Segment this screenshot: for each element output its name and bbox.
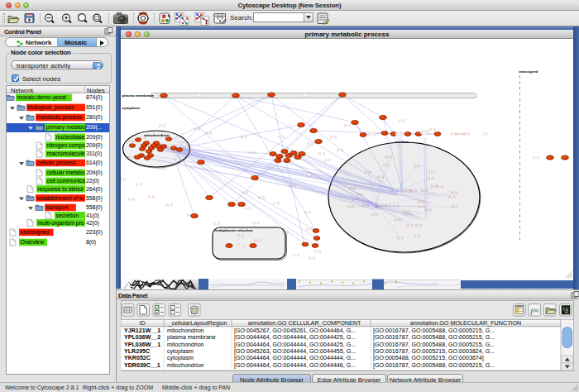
svg-text:[GO:0044464, GO:0044444, GO:00: [GO:0044464, GO:0044444, GO:0044425, G..…: [234, 334, 356, 341]
svg-text:22(0): 22(0): [86, 178, 99, 184]
svg-text:(#--#): (#--#): [448, 195, 454, 198]
svg-text:(#--#): (#--#): [282, 231, 288, 234]
svg-text:(#--#): (#--#): [365, 170, 371, 174]
svg-text:(#--#): (#--#): [254, 239, 260, 242]
svg-text:(#--#): (#--#): [166, 203, 172, 207]
svg-text:[GO:0044464, GO:0044444, GO:00: [GO:0044464, GO:0044444, GO:0044425, G..…: [234, 342, 356, 348]
svg-text:(#--#): (#--#): [344, 124, 350, 127]
svg-text:[GO:0016787, GO:0005215, GO:00: [GO:0016787, GO:0005215, GO:0003824, G..…: [373, 348, 495, 355]
svg-text:[GO:0016787, GO:0005488, GO:00: [GO:0016787, GO:0005488, GO:0005215, G..…: [373, 342, 495, 348]
svg-text:[GO:0016787, GO:0005488, GO:00: [GO:0016787, GO:0005488, GO:0005215, G..…: [373, 362, 495, 369]
svg-text:(#--#): (#--#): [352, 198, 358, 201]
svg-text:(#--#): (#--#): [362, 203, 368, 207]
svg-text:(#--#): (#--#): [377, 175, 383, 179]
svg-text:(#--#): (#--#): [128, 198, 134, 201]
svg-text:(#--#): (#--#): [404, 189, 410, 192]
svg-text:(#--#): (#--#): [205, 131, 211, 135]
svg-text:biological_process: biological_process: [28, 104, 74, 111]
svg-text:(#--#): (#--#): [395, 218, 400, 222]
svg-text:(x): (x): [534, 308, 538, 313]
svg-text:(#--#): (#--#): [349, 187, 355, 190]
svg-text:nucleobase-: nucleobase-: [56, 134, 88, 140]
svg-text:[GO:0045263, GO:0044444, GO:00: [GO:0045263, GO:0044444, GO:0044455, G..…: [234, 348, 356, 355]
svg-text:223(0): 223(0): [86, 229, 103, 236]
svg-text:(#--#): (#--#): [376, 205, 381, 208]
svg-text:(#--#): (#--#): [140, 136, 146, 140]
svg-text:annotation.GO MOLECULAR_FUNCTI: annotation.GO MOLECULAR_FUNCTION: [410, 319, 522, 327]
svg-text:cytoplasm: cytoplasm: [167, 355, 194, 361]
svg-text:multi-organism pro: multi-organism pro: [38, 220, 84, 227]
svg-text:[GO:0045267, GO:0045261, GO:00: [GO:0045267, GO:0045261, GO:0044464, G..…: [234, 327, 356, 334]
svg-text:(#--#): (#--#): [421, 131, 427, 134]
svg-text:264(0): 264(0): [86, 186, 103, 193]
svg-text:(#--#): (#--#): [290, 184, 295, 188]
svg-text:YKR052C: YKR052C: [124, 355, 151, 361]
svg-text:[GO:0016787, GO:0005488, GO:00: [GO:0016787, GO:0005488, GO:0005215, G..…: [373, 327, 495, 334]
svg-text:(#--#): (#--#): [148, 195, 154, 198]
svg-text:(#--#): (#--#): [187, 213, 193, 217]
svg-text:(#--#): (#--#): [242, 191, 247, 194]
svg-text:(#--#): (#--#): [428, 192, 434, 195]
svg-text:(#--#): (#--#): [399, 119, 404, 122]
svg-text:unassigned: unassigned: [519, 69, 538, 74]
svg-text:(#--#): (#--#): [347, 205, 353, 208]
svg-text:311(0): 311(0): [86, 151, 102, 157]
svg-text:(#--#): (#--#): [253, 222, 259, 225]
svg-text:nitrogen compo: nitrogen compo: [47, 142, 86, 149]
svg-text:(#--#): (#--#): [324, 159, 330, 162]
svg-text:mitochondrion: mitochondrion: [167, 342, 204, 348]
svg-text:mitochondrion: mitochondrion: [167, 327, 204, 334]
svg-text:(#--#): (#--#): [405, 213, 411, 216]
svg-text:YLR295C: YLR295C: [124, 348, 150, 355]
svg-text:(#--#): (#--#): [136, 183, 141, 186]
svg-text:plasma membrane: plasma membrane: [167, 334, 216, 341]
svg-text:(#--#): (#--#): [337, 149, 342, 152]
svg-text:YPL036W__1: YPL036W__1: [124, 342, 160, 348]
svg-text:endoplasmic reticulum: endoplasmic reticulum: [215, 228, 253, 232]
svg-text:(#--#): (#--#): [451, 191, 457, 194]
svg-text:cell communicat: cell communicat: [47, 178, 88, 184]
svg-text:(#--#): (#--#): [249, 151, 255, 155]
svg-text:(#--#): (#--#): [304, 211, 310, 214]
svg-text:_cellularLayoutRegion: _cellularLayoutRegion: [167, 319, 227, 327]
svg-text:209(0): 209(0): [86, 142, 103, 149]
svg-text:(#--#): (#--#): [415, 224, 421, 227]
svg-text:558(0): 558(0): [86, 204, 103, 211]
svg-text:(#--#): (#--#): [258, 196, 264, 199]
svg-text:(#--#): (#--#): [293, 254, 299, 257]
svg-text:(#--#): (#--#): [437, 185, 443, 189]
svg-text:209(...: 209(...: [86, 124, 102, 131]
svg-text:(#--#): (#--#): [397, 237, 403, 240]
svg-text:(#--#): (#--#): [369, 132, 375, 136]
svg-text:(#--#): (#--#): [159, 167, 165, 170]
svg-text:mitochondrion: mitochondrion: [144, 133, 170, 137]
svg-text:establishment of lo: establishment of lo: [37, 195, 84, 201]
svg-text:response to stimul: response to stimul: [38, 186, 84, 193]
svg-text:mitochondrion: mitochondrion: [167, 362, 204, 369]
svg-text:(#--#): (#--#): [393, 204, 399, 208]
svg-text:(#--#): (#--#): [302, 94, 308, 98]
svg-text:(#--#): (#--#): [385, 204, 390, 208]
svg-text:(#--#): (#--#): [278, 136, 284, 139]
svg-text:(#--#): (#--#): [428, 170, 434, 174]
svg-text:614(0): 614(0): [86, 160, 103, 166]
svg-text:209(0): 209(0): [86, 170, 103, 176]
svg-text:annotation.GO CELLULAR_COMPONE: annotation.GO CELLULAR_COMPONENT: [248, 319, 361, 327]
svg-text:(#--#): (#--#): [237, 244, 243, 247]
svg-text:(#--#): (#--#): [414, 165, 419, 168]
svg-text:(#--#): (#--#): [410, 189, 416, 193]
svg-text:cytoplasm: cytoplasm: [167, 348, 194, 355]
svg-text:[GO:0016787, GO:0005488, GO:00: [GO:0016787, GO:0005488, GO:0005215, G..…: [373, 334, 495, 341]
svg-text:(#--#): (#--#): [383, 164, 389, 167]
svg-text:(#--#): (#--#): [309, 256, 314, 260]
svg-text:YDR039C__1: YDR039C__1: [124, 362, 160, 369]
svg-text:(#--#): (#--#): [213, 222, 219, 226]
svg-text:secretion: secretion: [56, 213, 79, 218]
svg-text:(#--#): (#--#): [414, 234, 419, 237]
svg-text:unassigned: unassigned: [21, 229, 50, 236]
svg-text:metabolic process: metabolic process: [37, 114, 83, 121]
svg-text:(#--#): (#--#): [371, 213, 377, 217]
svg-text:280(0): 280(0): [86, 114, 103, 121]
svg-text:YPL036W__2: YPL036W__2: [124, 334, 160, 341]
svg-text:primary metabo: primary metabo: [46, 124, 85, 131]
